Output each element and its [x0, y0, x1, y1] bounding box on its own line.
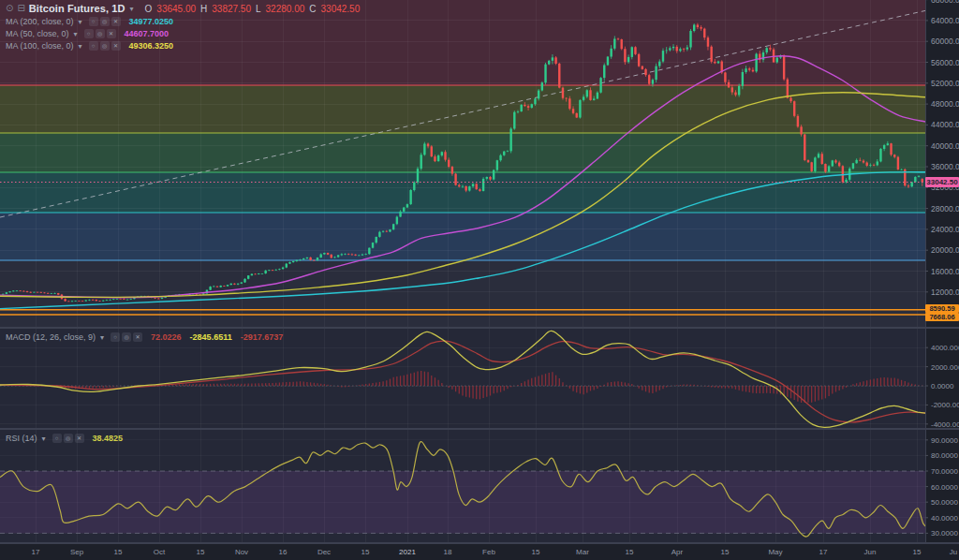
price-axis-label: 60000.00 — [931, 37, 959, 46]
visibility-icon[interactable]: ○ — [111, 332, 120, 342]
close-icon[interactable]: ✕ — [107, 29, 116, 38]
macd-label[interactable]: MACD (12, 26, close, 9) — [6, 332, 96, 342]
ma100-legend-row: MA (100, close, 0) ▾ ○◎✕ 49306.3250 — [6, 40, 173, 52]
rsi-buttons: ○◎✕ — [52, 434, 84, 443]
close-icon[interactable]: ✕ — [75, 434, 84, 443]
close-label: C — [309, 4, 316, 14]
visibility-icon[interactable]: ○ — [84, 29, 94, 38]
visibility-icon[interactable]: ○ — [52, 434, 62, 443]
time-axis-label: May — [768, 548, 782, 556]
time-axis-label: 17 — [819, 548, 828, 556]
rsi-label[interactable]: RSI (14) — [6, 434, 37, 443]
symbol-caret-icon[interactable]: ▾ — [130, 5, 134, 13]
ma200-caret-icon[interactable]: ▾ — [79, 18, 82, 26]
time-axis-label: Mar — [576, 548, 589, 556]
rsi-axis-label: 50.0000 — [931, 498, 958, 507]
visibility-icon[interactable]: ○ — [89, 41, 98, 51]
rsi-caret-icon[interactable]: ▾ — [42, 435, 46, 443]
settings-icon[interactable]: ◎ — [122, 332, 131, 342]
ma50-caret-icon[interactable]: ▾ — [74, 30, 78, 38]
close-value: 33042.50 — [321, 4, 361, 14]
macd-buttons: ○◎✕ — [111, 332, 142, 342]
time-axis-label: 18 — [444, 548, 452, 556]
time-axis-label: Ju — [950, 548, 957, 556]
macd-axis-label: -2000.0000 — [931, 401, 959, 409]
ma100-value: 49306.3250 — [129, 41, 174, 51]
price-axis-label: 12000.00 — [931, 287, 959, 297]
low-label: L — [256, 4, 261, 14]
ma100-label[interactable]: MA (100, close, 0) — [6, 41, 74, 51]
macd-legend-row: MACD (12, 26, close, 9) ▾ ○◎✕ 72.0226 -2… — [6, 332, 283, 343]
price-axis-label: 24000.00 — [931, 225, 959, 234]
time-axis-label: Sep — [70, 548, 84, 556]
ma100-caret-icon[interactable]: ▾ — [79, 42, 82, 51]
macd-caret-icon[interactable]: ▾ — [100, 333, 104, 342]
quick-view-icon[interactable]: ⊙ — [6, 3, 13, 14]
price-axis-label: 20000.00 — [931, 245, 959, 255]
time-axis-label: 15 — [626, 548, 634, 556]
time-axis-label: 15 — [114, 548, 123, 556]
time-axis-label: 15 — [532, 548, 540, 556]
trading-chart-window: { "header": { "icon_left_1": "⊙", "icon_… — [0, 0, 959, 560]
time-axis-label: 16 — [279, 548, 288, 556]
ma200-legend-row: MA (200, close, 0) ▾ ○◎✕ 34977.0250 — [6, 16, 173, 27]
macd-hist-value: 72.0226 — [151, 332, 182, 342]
ma200-label[interactable]: MA (200, close, 0) — [6, 17, 74, 26]
open-label: O — [145, 4, 153, 14]
time-axis-label: 15 — [721, 548, 730, 556]
settings-icon[interactable]: ◎ — [96, 29, 105, 38]
current-price-axis-label: 33042.50 — [925, 177, 959, 187]
ma200-buttons: ○◎✕ — [89, 17, 121, 26]
close-icon[interactable]: ✕ — [111, 41, 121, 51]
high-label: H — [200, 4, 207, 14]
settings-icon[interactable]: ◎ — [64, 434, 73, 443]
close-icon[interactable]: ✕ — [133, 332, 142, 342]
settings-icon[interactable]: ◎ — [100, 17, 110, 26]
time-axis-label: Apr — [671, 548, 684, 556]
ma50-label[interactable]: MA (50, close, 0) — [6, 29, 69, 38]
rsi-axis-label: 60.0000 — [931, 483, 958, 492]
time-axis-label: 15 — [913, 548, 922, 556]
window-icon[interactable]: ⊟ — [17, 3, 24, 14]
ma200-value: 34977.0250 — [129, 17, 174, 26]
rsi-axis-label: 30.0000 — [931, 529, 958, 538]
orange-level-axis-label: 7668.06 — [925, 313, 959, 321]
chart-canvas[interactable]: 68000.0064000.0060000.0056000.0052000.00… — [0, 0, 959, 560]
symbol-title[interactable]: Bitcoin Futures, 1D — [29, 3, 125, 14]
price-axis-label: 36000.00 — [931, 162, 959, 171]
time-axis-label: Nov — [235, 548, 248, 556]
ohlc-readout: O 33645.00 H 33827.50 L 32280.00 C 33042… — [145, 4, 361, 14]
price-axis-label: 40000.00 — [931, 141, 959, 151]
rsi-axis-label: 40.0000 — [931, 514, 958, 523]
macd-signal-value: -2917.6737 — [241, 332, 284, 342]
price-axis-label: 56000.00 — [931, 58, 959, 67]
price-axis-label: 52000.00 — [931, 79, 959, 88]
time-axis-label: Feb — [482, 548, 495, 556]
time-axis-label: 2021 — [399, 548, 416, 556]
ma100-buttons: ○◎✕ — [89, 41, 121, 51]
time-axis-label: 15 — [361, 548, 370, 556]
time-axis-label: Jun — [864, 548, 877, 556]
time-axis-label: Oct — [154, 548, 166, 556]
visibility-icon[interactable]: ○ — [89, 17, 98, 26]
rsi-legend-row: RSI (14) ▾ ○◎✕ 38.4825 — [6, 433, 123, 444]
price-axis-label: 48000.00 — [931, 99, 959, 109]
macd-axis-label: 2000.0000 — [931, 363, 959, 372]
close-icon[interactable]: ✕ — [111, 17, 121, 26]
price-axis-label: 28000.00 — [931, 204, 959, 214]
macd-axis-label: -4000.0000 — [931, 420, 959, 429]
macd-line-value: -2845.6511 — [190, 332, 232, 342]
time-axis-label: Dec — [317, 548, 331, 556]
settings-icon[interactable]: ◎ — [100, 41, 110, 51]
time-axis-label: 15 — [197, 548, 205, 556]
time-axis-strip[interactable] — [0, 543, 959, 560]
rsi-axis-label: 80.0000 — [931, 451, 958, 460]
high-value: 33827.50 — [212, 4, 251, 14]
price-axis-label: 44000.00 — [931, 120, 959, 129]
price-axis-label: 68000.00 — [931, 0, 959, 5]
ma50-buttons: ○◎✕ — [84, 29, 116, 38]
macd-axis-label: 0.0000 — [931, 382, 954, 391]
ma50-value: 44607.7000 — [125, 29, 170, 38]
rsi-axis-label: 70.0000 — [931, 467, 958, 476]
ma50-legend-row: MA (50, close, 0) ▾ ○◎✕ 44607.7000 — [6, 28, 169, 39]
